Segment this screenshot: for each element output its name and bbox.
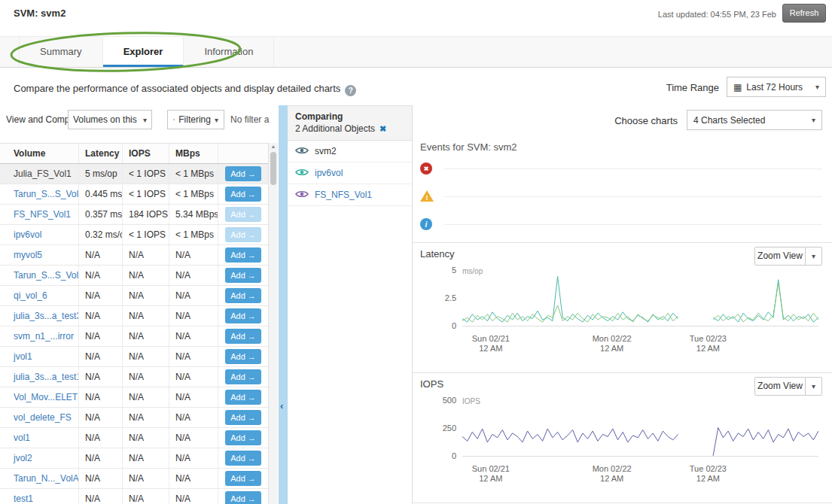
volume-link[interactable]: qi_vol_6 bbox=[14, 290, 47, 301]
add-button[interactable]: Add→ bbox=[225, 308, 261, 323]
info-events-icon: i bbox=[420, 218, 432, 230]
volume-link[interactable]: vol1 bbox=[14, 433, 30, 443]
add-button[interactable]: Add→ bbox=[225, 430, 261, 445]
add-button[interactable]: Add→ bbox=[225, 369, 261, 384]
comparing-item[interactable]: ipv6vol bbox=[288, 162, 412, 184]
comparing-item-label[interactable]: FS_NFS_Vol1 bbox=[315, 190, 372, 200]
mbps-cell: N/A bbox=[169, 367, 218, 387]
last-updated-text: Last updated: 04:55 PM, 23 Feb bbox=[658, 10, 776, 19]
comparing-title: Comparing bbox=[295, 111, 404, 122]
zoom-view-caret[interactable]: ▾ bbox=[806, 377, 822, 396]
add-arrow-icon: → bbox=[248, 448, 256, 468]
volume-link[interactable]: julia_3s...a_test3 bbox=[14, 311, 79, 321]
column-header-volume[interactable]: Volume bbox=[0, 144, 79, 163]
add-button[interactable]: Add→ bbox=[225, 349, 261, 364]
scrollbar-thumb[interactable] bbox=[270, 152, 276, 185]
add-button[interactable]: Add→ bbox=[225, 268, 261, 283]
volume-link[interactable]: test1 bbox=[14, 493, 33, 504]
panel-collapse-handle[interactable]: ‹ bbox=[279, 105, 288, 504]
add-cell: Add→ bbox=[218, 164, 268, 184]
volume-link[interactable]: jvol2 bbox=[14, 453, 32, 463]
add-button[interactable]: Add→ bbox=[225, 187, 261, 202]
x-axis-tick: Sun 02/2112 AM bbox=[457, 334, 525, 354]
volume-cell: jvol1 bbox=[0, 347, 79, 366]
clear-comparing-icon[interactable]: ✖ bbox=[379, 124, 386, 133]
info-events-track bbox=[444, 224, 822, 225]
latency-cell: 5 ms/op bbox=[79, 164, 123, 184]
volume-link[interactable]: julia_3s...a_test1 bbox=[14, 372, 79, 382]
mbps-cell: N/A bbox=[169, 245, 218, 265]
comparing-item[interactable]: FS_NFS_Vol1 bbox=[288, 184, 412, 206]
add-cell: Add→ bbox=[218, 225, 268, 244]
table-body: Julia_FS_Vol15 ms/op< 1 IOPS< 1 MBpsAdd→… bbox=[0, 164, 268, 504]
volume-link[interactable]: FS_NFS_Vol1 bbox=[14, 209, 71, 220]
table-row: svm_n1_...irrorN/AN/AN/AAdd→ bbox=[0, 326, 268, 347]
volume-link[interactable]: vol_delete_FS bbox=[14, 412, 72, 423]
zoom-view-button[interactable]: Zoom View bbox=[754, 377, 806, 396]
add-button[interactable]: Add→ bbox=[225, 471, 261, 486]
iops-cell: N/A bbox=[123, 367, 169, 387]
add-button[interactable]: Add→ bbox=[225, 247, 261, 263]
add-cell: Add→ bbox=[218, 205, 268, 224]
tab-explorer[interactable]: Explorer bbox=[103, 37, 184, 67]
volume-link[interactable]: myvol5 bbox=[14, 250, 42, 260]
choose-charts-dropdown[interactable]: 4 Charts Selected ▾ bbox=[687, 110, 822, 130]
add-button: Add→ bbox=[225, 227, 261, 242]
volume-link[interactable]: Tarun_S...S_Vol2 bbox=[14, 270, 79, 281]
add-button: Add→ bbox=[225, 207, 261, 222]
refresh-button[interactable]: Refresh bbox=[782, 4, 826, 23]
add-button[interactable]: Add→ bbox=[225, 390, 261, 405]
mbps-cell: N/A bbox=[169, 489, 218, 504]
table-row: myvol5N/AN/AN/AAdd→ bbox=[0, 245, 268, 266]
volume-link[interactable]: Vol_Mov...ELETE bbox=[14, 392, 79, 402]
x-tick-time: 12 AM bbox=[674, 474, 742, 484]
events-title: Events for SVM: svm2 bbox=[420, 141, 517, 153]
add-cell: Add→ bbox=[218, 306, 268, 326]
mbps-cell: < 1 MBps bbox=[169, 164, 218, 184]
filter-status-text: No filter a bbox=[230, 114, 274, 125]
mbps-cell: < 1 MBps bbox=[169, 225, 218, 244]
comparing-list: svm2ipv6volFS_NFS_Vol1 bbox=[288, 141, 412, 206]
column-header-latency[interactable]: Latency bbox=[79, 144, 123, 163]
volume-link[interactable]: ipv6vol bbox=[14, 229, 41, 240]
add-button[interactable]: Add→ bbox=[225, 451, 261, 466]
volume-link[interactable]: svm_n1_...irror bbox=[14, 331, 74, 342]
help-icon[interactable]: ? bbox=[345, 85, 356, 96]
scroll-up-icon[interactable]: ▲ bbox=[269, 144, 278, 149]
tab-summary[interactable]: Summary bbox=[19, 37, 103, 67]
mbps-cell: < 1 MBps bbox=[169, 184, 218, 204]
add-button[interactable]: Add→ bbox=[225, 329, 261, 344]
x-tick-date: Sun 02/21 bbox=[457, 334, 525, 344]
add-arrow-icon: → bbox=[248, 306, 256, 326]
add-button[interactable]: Add→ bbox=[225, 410, 261, 425]
latency-chart-plot bbox=[462, 271, 818, 326]
zoom-view-button[interactable]: Zoom View bbox=[754, 247, 806, 266]
volume-link[interactable]: Julia_FS_Vol1 bbox=[14, 169, 72, 179]
iops-cell: N/A bbox=[123, 286, 169, 305]
table-scrollbar[interactable]: ▲ bbox=[268, 143, 278, 504]
comparing-item-label[interactable]: svm2 bbox=[315, 146, 337, 156]
add-cell: Add→ bbox=[218, 489, 268, 504]
column-header-mbps[interactable]: MBps bbox=[169, 144, 218, 163]
zoom-view-caret[interactable]: ▾ bbox=[806, 247, 822, 266]
table-row: vol1N/AN/AN/AAdd→ bbox=[0, 428, 268, 448]
volume-link[interactable]: Tarun_S...S_Vol1 bbox=[14, 189, 79, 199]
chevron-down-icon: ▾ bbox=[815, 83, 819, 91]
volume-cell: julia_3s...a_test3 bbox=[0, 306, 79, 326]
add-button[interactable]: Add→ bbox=[225, 166, 261, 181]
iops-cell: N/A bbox=[123, 245, 169, 265]
volume-link[interactable]: jvol1 bbox=[14, 351, 32, 362]
comparing-item-label[interactable]: ipv6vol bbox=[315, 168, 343, 178]
volume-link[interactable]: Tarun_N..._VolA bbox=[14, 473, 79, 484]
volume-cell: myvol5 bbox=[0, 245, 79, 265]
filtering-button[interactable]: Filtering ▾ bbox=[167, 110, 224, 129]
critical-events-track bbox=[444, 169, 822, 169]
view-selector-dropdown[interactable]: Volumes on this ▾ bbox=[68, 110, 152, 129]
eye-icon bbox=[295, 146, 309, 157]
comparing-item[interactable]: svm2 bbox=[288, 141, 412, 162]
add-button[interactable]: Add→ bbox=[225, 288, 261, 303]
tab-information[interactable]: Information bbox=[184, 37, 274, 67]
time-range-dropdown[interactable]: ▦ Last 72 Hours ▾ bbox=[727, 77, 826, 97]
column-header-iops[interactable]: IOPS bbox=[123, 144, 169, 163]
add-button[interactable]: Add→ bbox=[225, 491, 261, 504]
